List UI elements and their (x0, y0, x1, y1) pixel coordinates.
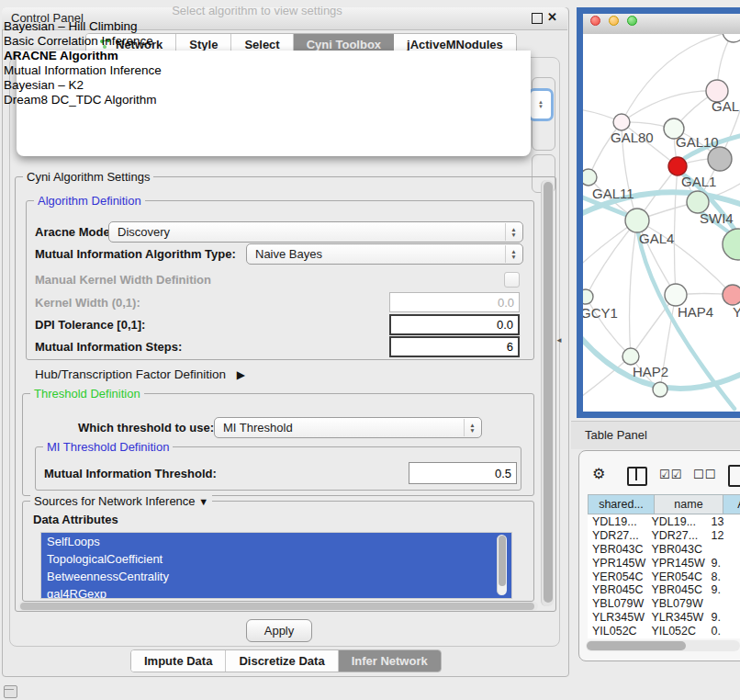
network-node-hap2[interactable] (622, 348, 639, 365)
settings-hscrollbar-thumb[interactable] (20, 603, 534, 610)
attributes-scrollbar[interactable] (497, 535, 507, 595)
algorithm-dropdown-list: Bayesian – Hill ClimbingBasic Correlatio… (4, 19, 509, 107)
network-node-hap4[interactable] (665, 284, 687, 306)
threshold-definition-title: Threshold Definition (30, 387, 144, 401)
algorithm-option[interactable]: ARACNE Algorithm (4, 49, 509, 63)
network-node-big[interactable] (723, 229, 740, 260)
new-table-icon[interactable] (728, 465, 740, 487)
network-node-g11[interactable] (583, 169, 597, 186)
node-label-gal80: GAL80 (611, 130, 654, 145)
table-cell: YPR145W (646, 557, 707, 570)
mi-threshold-input[interactable] (409, 462, 517, 484)
network-edge[interactable] (586, 220, 637, 297)
algorithm-option[interactable]: Mutual Information Inference (4, 63, 509, 78)
network-node-slm[interactable] (723, 285, 740, 305)
tab-infer-network[interactable]: Infer Network (339, 650, 441, 672)
table-row[interactable]: YDL19...YDL19...13 (588, 515, 740, 529)
hub-definition-toggle[interactable]: Hub/Transcription Factor Definition ▶ (35, 367, 245, 381)
network-edge[interactable] (630, 220, 637, 356)
data-attribute-item[interactable]: gal4RGexp (41, 585, 511, 599)
aracne-mode-combo[interactable]: Discovery ▲▼ (108, 221, 523, 243)
apply-button[interactable]: Apply (246, 619, 312, 642)
table-horizontal-scrollbar[interactable] (586, 640, 740, 651)
zoom-traffic-light-icon[interactable] (627, 16, 637, 26)
table-row[interactable]: YLR345WYLR345W9. (588, 611, 740, 625)
network-edge[interactable] (674, 166, 678, 295)
table-cell: YDR27... (588, 529, 646, 542)
table-row[interactable]: YPR145WYPR145W9. (588, 556, 740, 570)
network-edge[interactable] (622, 91, 717, 122)
network-node-botn[interactable] (653, 382, 667, 397)
table-cell: YBL079W (588, 597, 646, 610)
close-traffic-light-icon[interactable] (590, 16, 600, 26)
column-header-shared[interactable]: shared... (588, 494, 655, 514)
table-cell: YER054C (646, 570, 707, 583)
network-node-gal4[interactable] (625, 209, 649, 232)
table-hscrollbar-thumb[interactable] (587, 641, 686, 650)
close-icon[interactable]: ✕ (547, 10, 557, 24)
dpi-tolerance-input[interactable] (389, 314, 520, 335)
node-label-y: Y (733, 304, 740, 320)
table-row[interactable]: YBR045CYBR045C9. (588, 583, 740, 597)
gear-icon[interactable]: ⚙ (592, 465, 605, 482)
aracne-mode-label: Aracne Mode: (35, 225, 114, 239)
kernel-width-input[interactable] (389, 292, 520, 312)
table-cell: YLR345W (646, 611, 707, 624)
tab-impute-data[interactable]: Impute Data (131, 650, 226, 672)
data-attribute-item[interactable]: TopologicalCoefficient (41, 550, 511, 568)
data-attribute-item[interactable]: BetweennessCentrality (41, 568, 511, 585)
network-node-gcy1[interactable] (583, 289, 593, 304)
table-row[interactable]: YIL052CYIL052C0. (588, 624, 740, 638)
column-header-clipped[interactable]: A (723, 494, 740, 514)
algorithm-option[interactable]: Dream8 DC_TDC Algorithm (4, 93, 509, 107)
table-row[interactable]: YBR043CYBR043C (588, 543, 740, 557)
algorithm-option[interactable]: Basic Correlation Inference (4, 34, 509, 49)
network-node-gray1[interactable] (708, 147, 732, 171)
algorithm-option[interactable]: Bayesian – Hill Climbing (4, 19, 509, 34)
table-row[interactable]: YDR27...YDR27...12 (588, 529, 740, 543)
hidden-combo-spinner[interactable]: ▲▼ (528, 88, 554, 121)
settings-horizontal-scrollbar[interactable] (18, 602, 538, 611)
float-window-icon[interactable] (532, 13, 543, 24)
data-attribute-item[interactable]: SelfLoops (41, 533, 511, 550)
columns-icon[interactable] (627, 467, 647, 486)
mi-steps-input[interactable] (389, 336, 520, 357)
node-label-gcy1: GCY1 (583, 305, 618, 321)
settings-vertical-scrollbar[interactable] (541, 180, 554, 606)
data-attributes-label: Data Attributes (33, 513, 118, 526)
table-cell: YDL19... (646, 515, 707, 528)
cyni-algorithm-settings-title: Cyni Algorithm Settings (23, 170, 153, 184)
column-header-name[interactable]: name (655, 494, 723, 514)
sources-title: Sources for Network Inference ▼ (30, 494, 212, 508)
tab-discretize-data[interactable]: Discretize Data (226, 650, 338, 672)
network-node-gal80[interactable] (613, 114, 630, 130)
network-graph[interactable]: GALGAL80GAL10GAL1GAL11SWI4GAL4GCY1HAP4YH… (583, 34, 740, 412)
network-window-titlebar[interactable] (583, 14, 740, 35)
node-label-gal: GAL (712, 98, 739, 114)
mi-type-combo[interactable]: Naive Bayes ▲▼ (246, 243, 523, 265)
network-node-top[interactable] (723, 34, 740, 42)
deselect-all-icon[interactable]: ☐☐ (693, 468, 716, 481)
manual-kernel-checkbox[interactable] (504, 272, 520, 288)
bottom-tab-bar: Impute DataDiscretize DataInfer Network (130, 649, 442, 672)
minimize-traffic-light-icon[interactable] (609, 16, 619, 26)
attributes-scrollbar-thumb[interactable] (499, 536, 506, 586)
select-all-icon[interactable]: ☑☑ (659, 468, 682, 481)
dpi-tolerance-label: DPI Tolerance [0,1]: (35, 318, 145, 332)
combo-spinner-icon: ▲▼ (505, 245, 521, 263)
table-row[interactable]: YER054CYER054C8. (588, 570, 740, 583)
mi-threshold-group-title: MI Threshold Definition (43, 440, 173, 454)
panel-splitter-grip[interactable]: ◄ (555, 336, 563, 344)
table-cell: 12 (708, 529, 740, 542)
minimized-panel-icon[interactable] (4, 685, 17, 698)
table-cell: 0. (708, 625, 740, 638)
algorithm-option[interactable]: Bayesian – K2 (4, 78, 509, 93)
table-cell: YIL052C (646, 625, 707, 638)
settings-scrollbar-thumb[interactable] (544, 182, 553, 603)
table-cell: YDR27... (646, 529, 707, 542)
which-threshold-combo[interactable]: MI Threshold ▲▼ (214, 417, 482, 438)
table-row[interactable]: YBL079WYBL079W (588, 597, 740, 611)
data-attributes-list: SelfLoopsTopologicalCoefficientBetweenne… (40, 532, 512, 599)
network-node-gal1[interactable] (668, 157, 687, 175)
node-label-hap2: HAP2 (633, 364, 668, 379)
